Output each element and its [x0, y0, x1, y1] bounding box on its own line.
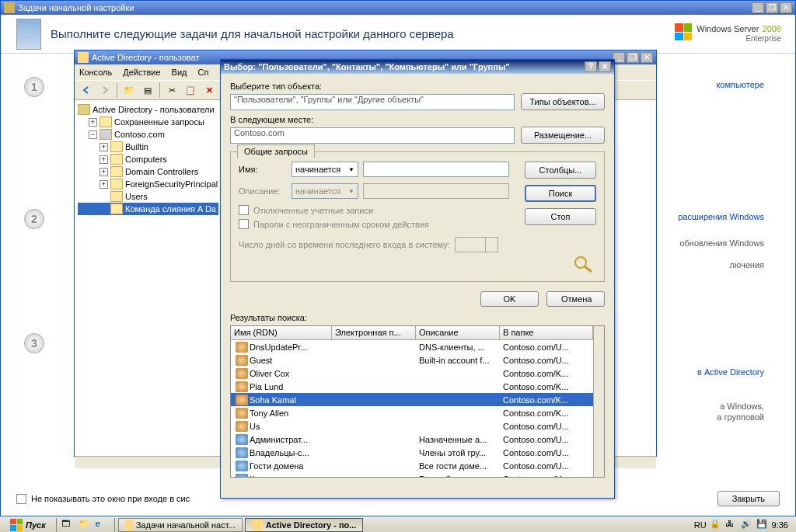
- result-row[interactable]: Soha KamalContoso.com/K...: [231, 393, 593, 406]
- result-row[interactable]: GuestBuilt-in account f...Contoso.com/U.…: [231, 353, 593, 367]
- windows-text: а Windows,: [720, 402, 764, 411]
- ad-link[interactable]: в Active Directory: [697, 367, 764, 377]
- minimize-button[interactable]: _: [752, 2, 764, 13]
- taskbar-task[interactable]: Active Directory - по...: [245, 518, 364, 532]
- tree-merge-team[interactable]: Команда слияния A Da: [78, 203, 218, 215]
- result-row[interactable]: Гости доменаВсе гости доме...Contoso.com…: [231, 459, 593, 472]
- copy-button[interactable]: 📋: [182, 82, 199, 99]
- menu-console[interactable]: Консоль: [79, 68, 112, 77]
- result-row[interactable]: Tony AllenContoso.com/K...: [231, 406, 593, 419]
- result-row[interactable]: Pia LundContoso.com/K...: [231, 380, 593, 393]
- computer-info-link[interactable]: компьютере: [716, 80, 764, 89]
- name-input[interactable]: [363, 162, 509, 177]
- delete-button[interactable]: ✕: [201, 82, 218, 99]
- search-button[interactable]: Поиск: [525, 185, 596, 202]
- network-icon[interactable]: 🖧: [725, 519, 738, 531]
- result-row[interactable]: Компьютеры...Все рабочие ст...Contoso.co…: [231, 472, 593, 478]
- app-icon: [4, 2, 15, 13]
- header-icon: [16, 19, 41, 50]
- menu-help[interactable]: Сп: [198, 68, 209, 77]
- tree-saved-queries[interactable]: +Сохраненные запросы: [78, 116, 218, 128]
- tree-computers[interactable]: +Computers: [78, 153, 218, 165]
- result-row[interactable]: UsContoso.com/U...: [231, 419, 593, 433]
- close-button[interactable]: ✕: [641, 52, 653, 63]
- close-button[interactable]: ✕: [599, 61, 611, 72]
- clock[interactable]: 9:36: [772, 520, 788, 530]
- locations-button[interactable]: Размещение...: [521, 127, 605, 144]
- volume-icon[interactable]: 🔊: [741, 519, 753, 531]
- taskbar: Пуск 🗔 📁 e Задачи начальной наст...Activ…: [0, 516, 796, 532]
- result-row[interactable]: DnsUpdatePr...DNS-клиенты, ...Contoso.co…: [231, 340, 593, 353]
- language-indicator[interactable]: RU: [694, 520, 707, 530]
- non-expiring-passwords-checkbox[interactable]: [239, 219, 249, 229]
- result-row[interactable]: Владельцы-с...Члены этой гру...Contoso.c…: [231, 446, 593, 459]
- forward-button[interactable]: [96, 82, 113, 99]
- common-queries-tab[interactable]: Общие запросы: [237, 144, 315, 158]
- col-email[interactable]: Электронная п...: [332, 326, 416, 339]
- menu-action[interactable]: Действие: [123, 68, 160, 77]
- stop-button[interactable]: Стоп: [525, 208, 596, 225]
- col-folder[interactable]: В папке: [500, 326, 593, 339]
- user-icon: [236, 421, 248, 432]
- name-label: Имя:: [239, 165, 292, 174]
- location-field: Contoso.com: [230, 127, 515, 144]
- cut-button[interactable]: ✂: [163, 82, 180, 99]
- non-expiring-passwords-label: Пароли с неограниченным сроком действия: [253, 220, 429, 229]
- svg-line-1: [585, 266, 592, 272]
- tree-fsp[interactable]: +ForeignSecurityPrincipal: [78, 178, 218, 190]
- header-bar: Выполните следующие задачи для начальной…: [1, 15, 795, 54]
- columns-button[interactable]: Столбцы...: [525, 162, 596, 179]
- device-icon[interactable]: 💾: [756, 519, 769, 531]
- group-icon: [236, 447, 248, 458]
- results-body[interactable]: DnsUpdatePr...DNS-клиенты, ...Contoso.co…: [231, 340, 593, 478]
- maximize-button[interactable]: ❐: [766, 2, 778, 13]
- result-row[interactable]: Администрат...Назначенные а...Contoso.co…: [231, 433, 593, 446]
- user-icon: [236, 355, 248, 366]
- menu-view[interactable]: Вид: [172, 68, 187, 77]
- tree-users[interactable]: Users: [78, 190, 218, 203]
- select-objects-dialog: Выбор: "Пользователи", "Контакты", "Комп…: [220, 59, 615, 499]
- disabled-accounts-checkbox[interactable]: [239, 205, 249, 215]
- taskbar-task[interactable]: Задачи начальной наст...: [118, 518, 243, 532]
- tree-domain[interactable]: −Contoso.com: [78, 128, 218, 141]
- object-types-button[interactable]: Типы объектов...: [521, 93, 605, 110]
- days-since-login-label: Число дней со времени последнего входа в…: [239, 240, 450, 249]
- result-row[interactable]: Oliver CoxContoso.com/K...: [231, 367, 593, 380]
- tree-root[interactable]: Active Directory - пользователи: [78, 103, 218, 116]
- dont-show-checkbox[interactable]: [16, 494, 26, 504]
- tree-builtin[interactable]: +Builtin: [78, 141, 218, 153]
- explorer-icon[interactable]: 📁: [79, 519, 93, 531]
- ok-button[interactable]: OK: [480, 291, 539, 307]
- user-icon: [236, 368, 248, 379]
- security-icon[interactable]: 🔒: [710, 519, 722, 531]
- close-button[interactable]: Закрыть: [717, 491, 780, 506]
- object-type-field: "Пользователи", "Группы" или "Другие объ…: [230, 94, 515, 110]
- help-button[interactable]: ?: [585, 61, 597, 72]
- start-button[interactable]: Пуск: [3, 517, 53, 533]
- dialog-titlebar[interactable]: Выбор: "Пользователи", "Контакты", "Комп…: [221, 60, 614, 74]
- col-description[interactable]: Описание: [416, 326, 500, 339]
- up-button[interactable]: 📁: [120, 82, 138, 99]
- window-titlebar[interactable]: Задачи начальной настройки _ ❐ ✕: [1, 1, 795, 15]
- connection-text: лючения: [730, 260, 764, 269]
- maximize-button[interactable]: ❐: [627, 52, 639, 63]
- show-desktop-icon[interactable]: 🗔: [61, 519, 75, 531]
- step-1-badge: 1: [24, 77, 44, 97]
- scrollbar-vertical[interactable]: [593, 326, 604, 478]
- tree-domain-controllers[interactable]: +Domain Controllers: [78, 165, 218, 178]
- close-button[interactable]: ✕: [780, 2, 792, 13]
- user-icon: [236, 395, 248, 405]
- description-label: Описание:: [239, 186, 292, 196]
- cancel-button[interactable]: Отмена: [546, 291, 605, 307]
- ie-icon[interactable]: e: [96, 519, 110, 531]
- results-header[interactable]: Имя (RDN) Электронная п... Описание В па…: [231, 326, 593, 340]
- windows-update-link[interactable]: расширения Windows: [678, 212, 764, 221]
- days-spinner[interactable]: [455, 237, 498, 252]
- description-input: [363, 183, 509, 199]
- list-button[interactable]: ▤: [139, 82, 156, 99]
- app-icon: [125, 520, 133, 530]
- name-mode-select[interactable]: начинается▼: [292, 162, 358, 177]
- windows-server-logo: Windows Server 2008Enterprise: [675, 21, 781, 43]
- back-button[interactable]: [78, 82, 95, 99]
- col-name[interactable]: Имя (RDN): [231, 326, 332, 339]
